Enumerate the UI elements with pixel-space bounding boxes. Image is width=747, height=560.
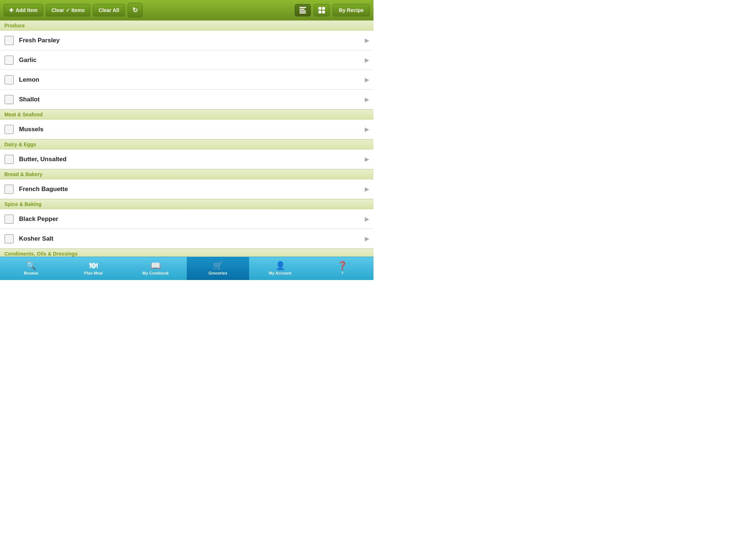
list-item[interactable]: Black Pepper▶ bbox=[0, 209, 374, 229]
chevron-right-icon: ▶ bbox=[365, 186, 369, 192]
nav-item-browse[interactable]: 🔍Browse bbox=[0, 257, 62, 280]
refresh-icon: ↻ bbox=[132, 6, 138, 14]
section-header-2: Dairy & Eggs bbox=[0, 139, 374, 149]
list-item[interactable]: Lemon▶ bbox=[0, 70, 374, 90]
item-label: Lemon bbox=[19, 76, 361, 83]
nav-label-help: ? bbox=[341, 271, 344, 275]
grocery-list: ProduceFresh Parsley▶Garlic▶Lemon▶Shallo… bbox=[0, 20, 374, 257]
item-label: Shallot bbox=[19, 96, 361, 103]
toolbar: ✚ Add Item Clear ✓ Items Clear All ↻ By … bbox=[0, 0, 374, 20]
clear-all-button[interactable]: Clear All bbox=[93, 4, 124, 16]
help-icon: ❓ bbox=[337, 262, 347, 270]
section-header-0: Produce bbox=[0, 20, 374, 31]
chevron-right-icon: ▶ bbox=[365, 57, 369, 63]
by-recipe-button[interactable]: By Recipe bbox=[333, 4, 370, 16]
browse-icon: 🔍 bbox=[26, 262, 36, 270]
nav-label-browse: Browse bbox=[24, 271, 38, 275]
clear-all-label: Clear All bbox=[98, 7, 119, 13]
chevron-right-icon: ▶ bbox=[365, 76, 369, 83]
add-item-label: Add Item bbox=[16, 7, 38, 13]
nav-label-groceries: Groceries bbox=[209, 271, 227, 275]
clear-items-button[interactable]: Clear ✓ Items bbox=[46, 4, 90, 16]
chevron-right-icon: ▶ bbox=[365, 96, 369, 103]
add-item-button[interactable]: ✚ Add Item bbox=[4, 4, 43, 16]
item-checkbox[interactable] bbox=[4, 155, 14, 164]
bottom-navigation: 🔍Browse🍽Plan Meal📖My Cookbook🛒Groceries👤… bbox=[0, 257, 374, 280]
list-item[interactable]: French Baguette▶ bbox=[0, 179, 374, 199]
item-label: French Baguette bbox=[19, 186, 361, 193]
nav-label-plan-meal: Plan Meal bbox=[84, 271, 103, 275]
nav-item-my-cookbook[interactable]: 📖My Cookbook bbox=[124, 257, 187, 280]
plan-meal-icon: 🍽 bbox=[89, 262, 97, 270]
plus-icon: ✚ bbox=[9, 7, 13, 13]
item-label: Mussels bbox=[19, 126, 361, 133]
my-cookbook-icon: 📖 bbox=[151, 262, 160, 270]
my-account-icon: 👤 bbox=[275, 262, 285, 270]
section-header-3: Bread & Bakery bbox=[0, 169, 374, 179]
item-checkbox[interactable] bbox=[4, 36, 14, 45]
nav-item-plan-meal[interactable]: 🍽Plan Meal bbox=[62, 257, 125, 280]
item-checkbox[interactable] bbox=[4, 55, 14, 65]
list-item[interactable]: Kosher Salt▶ bbox=[0, 229, 374, 249]
chevron-right-icon: ▶ bbox=[365, 215, 369, 222]
nav-label-my-account: My Account bbox=[269, 271, 291, 275]
item-label: Butter, Unsalted bbox=[19, 156, 361, 163]
nav-item-help[interactable]: ❓? bbox=[311, 257, 374, 280]
list-item[interactable]: Mussels▶ bbox=[0, 120, 374, 139]
item-checkbox[interactable] bbox=[4, 214, 14, 224]
item-label: Black Pepper bbox=[19, 215, 361, 223]
list-view-icon bbox=[299, 7, 306, 13]
by-recipe-label: By Recipe bbox=[339, 7, 364, 13]
section-header-4: Spice & Baking bbox=[0, 199, 374, 209]
list-item[interactable]: Butter, Unsalted▶ bbox=[0, 149, 374, 169]
chevron-right-icon: ▶ bbox=[365, 235, 369, 242]
nav-item-groceries[interactable]: 🛒Groceries bbox=[187, 257, 249, 280]
item-label: Kosher Salt bbox=[19, 235, 361, 242]
item-label: Fresh Parsley bbox=[19, 37, 361, 44]
list-view-button[interactable] bbox=[295, 4, 311, 16]
list-item[interactable]: Garlic▶ bbox=[0, 50, 374, 70]
section-header-1: Meat & Seafood bbox=[0, 109, 374, 120]
section-header-5: Condiments, Oils & Dressings bbox=[0, 249, 374, 257]
groceries-icon: 🛒 bbox=[213, 262, 223, 270]
chevron-right-icon: ▶ bbox=[365, 37, 369, 44]
list-item[interactable]: Shallot▶ bbox=[0, 90, 374, 109]
item-checkbox[interactable] bbox=[4, 75, 14, 85]
grid-view-icon bbox=[318, 7, 325, 13]
chevron-right-icon: ▶ bbox=[365, 126, 369, 133]
list-item[interactable]: Fresh Parsley▶ bbox=[0, 31, 374, 50]
chevron-right-icon: ▶ bbox=[365, 156, 369, 163]
nav-item-my-account[interactable]: 👤My Account bbox=[249, 257, 311, 280]
grid-view-button[interactable] bbox=[314, 4, 330, 16]
item-checkbox[interactable] bbox=[4, 234, 14, 244]
nav-label-my-cookbook: My Cookbook bbox=[143, 271, 169, 275]
item-checkbox[interactable] bbox=[4, 184, 14, 194]
item-checkbox[interactable] bbox=[4, 95, 14, 104]
item-checkbox[interactable] bbox=[4, 125, 14, 134]
item-label: Garlic bbox=[19, 57, 361, 64]
clear-items-label: Clear ✓ Items bbox=[51, 7, 85, 13]
refresh-button[interactable]: ↻ bbox=[128, 3, 143, 18]
